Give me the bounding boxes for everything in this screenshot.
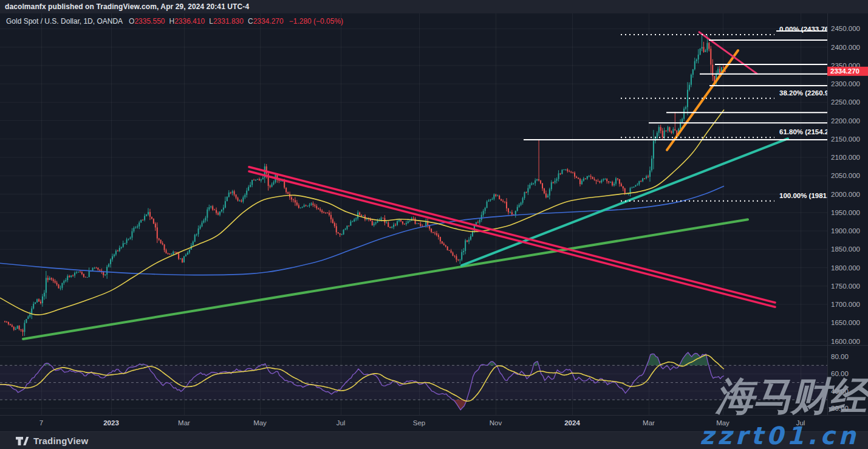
last-price-badge: 2334.270 [827,67,868,76]
time-tick-label: Sep [413,419,425,427]
price-tick-label: 1750.000 [831,283,860,290]
low-readout: L2331.830 [209,17,244,26]
chart-area[interactable]: 0.00% (2433.765)38.20% (2260.968)61.80% … [0,0,868,449]
price-tick-label: 2400.000 [831,44,860,51]
price-tick-label: 1800.000 [831,264,860,272]
price-tick-label: 1650.000 [831,319,860,326]
time-tick-label: May [253,419,267,427]
high-readout: H2336.410 [169,17,205,26]
time-tick-label: 7 [39,419,43,427]
price-tick-label: 2150.000 [831,135,860,143]
time-tick-label: Mar [178,419,190,427]
tradingview-brand-text[interactable]: TradingView [33,436,88,446]
fib-level-label: 0.00% (2433.765) [779,26,835,33]
time-tick-label: 2023 [103,419,119,427]
price-tick-label: 1600.000 [831,338,860,345]
price-tick-label: 2450.000 [831,25,860,32]
price-tick-label: 1700.000 [831,301,860,308]
open-readout: O2335.550 [129,17,165,26]
price-tick-label: 2200.000 [831,117,860,125]
price-tick-label: 1850.000 [831,245,860,253]
last-price-badge-text: 2334.270 [830,67,859,75]
time-tick-label: Mar [643,419,655,427]
watermark-url-text: zzrt01.cn [700,422,859,449]
rsi-tick-label: 80.00 [831,353,849,360]
price-tick-label: 1950.000 [831,209,860,216]
tradingview-logo-icon[interactable] [15,436,29,446]
price-tick-label: 2050.000 [831,172,860,179]
time-tick-label: 2024 [564,419,580,427]
time-tick-label: Nov [490,419,502,427]
price-tick-label: 2000.000 [831,191,860,198]
time-tick-label: Jul [337,419,346,427]
watermark-cn-text: 海马财经 [716,375,867,417]
price-tick-label: 1900.000 [831,227,860,235]
price-tick-label: 2100.000 [831,154,860,161]
tradingview-published-chart: dacolmanfx published on TradingView.com,… [0,0,868,449]
change-readout: −1.280 (−0.05%) [289,17,343,26]
symbol-title[interactable]: Gold Spot / U.S. Dollar, 1D, OANDA [6,17,123,26]
close-readout: C2334.270 [248,17,284,26]
price-tick-label: 2250.000 [831,98,860,106]
symbol-legend[interactable]: Gold Spot / U.S. Dollar, 1D, OANDA O2335… [6,16,343,26]
price-tick-label: 2300.000 [831,80,860,87]
